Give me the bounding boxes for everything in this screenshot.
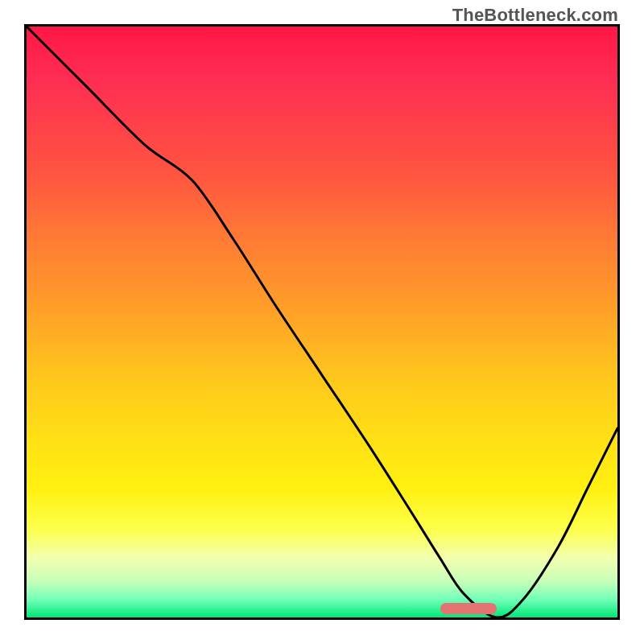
gradient-background xyxy=(27,27,617,617)
optimal-marker xyxy=(440,603,497,614)
plot-area xyxy=(24,24,620,620)
chart-container: TheBottleneck.com xyxy=(0,0,644,644)
watermark-text: TheBottleneck.com xyxy=(452,5,618,26)
